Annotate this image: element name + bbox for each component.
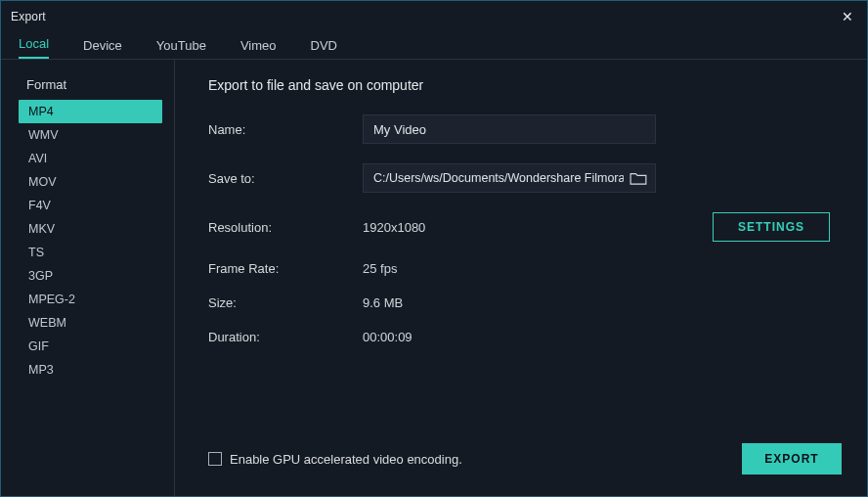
format-item-mp4[interactable]: MP4 <box>19 100 162 123</box>
size-value: 9.6 MB <box>363 295 403 310</box>
settings-button-label: SETTINGS <box>738 220 804 234</box>
tab-device[interactable]: Device <box>83 38 122 59</box>
tab-youtube[interactable]: YouTube <box>156 38 206 59</box>
format-item-mpeg2[interactable]: MPEG-2 <box>19 288 162 311</box>
settings-button[interactable]: SETTINGS <box>713 212 830 242</box>
export-tabs: Local Device YouTube Vimeo DVD <box>1 32 867 60</box>
folder-icon[interactable] <box>629 171 647 185</box>
saveto-path: C:/Users/ws/Documents/Wondershare Filmor… <box>373 171 624 185</box>
tab-local[interactable]: Local <box>19 36 49 59</box>
format-item-3gp[interactable]: 3GP <box>19 264 162 288</box>
format-heading: Format <box>19 77 162 92</box>
row-duration: Duration: 00:00:09 <box>208 330 840 344</box>
row-resolution: Resolution: 1920x1080 SETTINGS <box>208 212 840 242</box>
close-icon[interactable]: ✕ <box>838 9 857 24</box>
gpu-checkbox[interactable] <box>208 452 222 466</box>
title-bar: Export ✕ <box>1 1 867 32</box>
resolution-value: 1920x1080 <box>363 220 425 235</box>
framerate-value: 25 fps <box>363 261 397 276</box>
gpu-checkbox-label: Enable GPU accelerated video encoding. <box>230 452 462 467</box>
row-size: Size: 9.6 MB <box>208 295 840 310</box>
export-button[interactable]: EXPORT <box>742 443 842 474</box>
row-framerate: Frame Rate: 25 fps <box>208 261 840 276</box>
row-saveto: Save to: C:/Users/ws/Documents/Wondersha… <box>208 163 840 193</box>
format-item-wmv[interactable]: WMV <box>19 123 162 147</box>
export-panel: Export to file and save on computer Name… <box>175 60 867 496</box>
format-sidebar: Format MP4 WMV AVI MOV F4V MKV TS 3GP MP… <box>1 60 175 496</box>
tab-dvd[interactable]: DVD <box>311 38 337 59</box>
format-item-mp3[interactable]: MP3 <box>19 358 162 382</box>
format-item-webm[interactable]: WEBM <box>19 311 162 335</box>
duration-label: Duration: <box>208 330 363 344</box>
tab-vimeo[interactable]: Vimeo <box>240 38 277 59</box>
saveto-field[interactable]: C:/Users/ws/Documents/Wondershare Filmor… <box>363 163 656 193</box>
saveto-label: Save to: <box>208 171 363 186</box>
export-button-label: EXPORT <box>764 452 818 466</box>
format-item-mkv[interactable]: MKV <box>19 217 162 241</box>
resolution-label: Resolution: <box>208 220 363 235</box>
name-label: Name: <box>208 122 363 137</box>
size-label: Size: <box>208 295 363 310</box>
format-item-mov[interactable]: MOV <box>19 170 162 194</box>
framerate-label: Frame Rate: <box>208 261 363 276</box>
window-title: Export <box>11 10 838 23</box>
panel-headline: Export to file and save on computer <box>208 77 840 93</box>
format-item-ts[interactable]: TS <box>19 241 162 264</box>
format-item-avi[interactable]: AVI <box>19 147 162 170</box>
name-input[interactable]: My Video <box>363 114 656 144</box>
duration-value: 00:00:09 <box>363 330 412 344</box>
name-input-value: My Video <box>373 122 426 137</box>
row-name: Name: My Video <box>208 114 840 144</box>
format-item-f4v[interactable]: F4V <box>19 194 162 217</box>
format-item-gif[interactable]: GIF <box>19 335 162 358</box>
panel-footer: Enable GPU accelerated video encoding. E… <box>208 443 842 474</box>
main-area: Format MP4 WMV AVI MOV F4V MKV TS 3GP MP… <box>1 60 867 496</box>
